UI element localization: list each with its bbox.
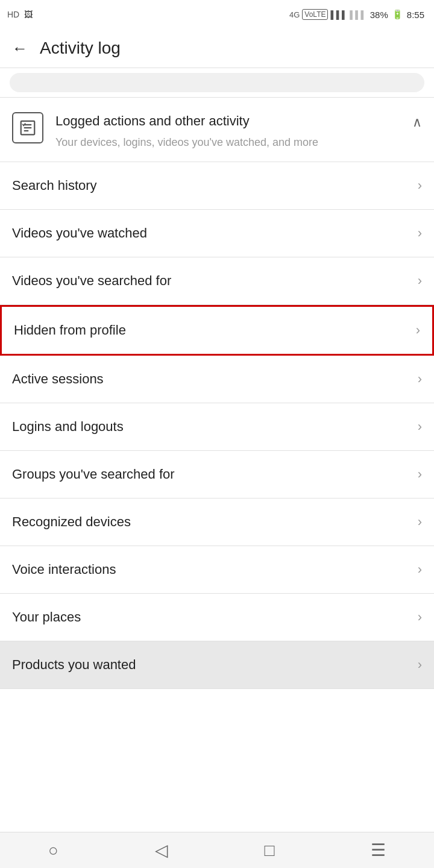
section-subtitle: Your devices, logins, videos you've watc… [55,135,412,149]
chevron-right-icon-groups-searched: › [418,467,422,482]
chevron-right-icon-products-wanted: › [418,657,422,673]
menu-item-videos-searched[interactable]: Videos you've searched for› [0,257,434,305]
page-title: Activity log [40,39,121,58]
chevron-right-icon-logins-logouts: › [418,419,422,435]
chevron-right-icon-videos-watched: › [418,225,422,241]
menu-item-products-wanted[interactable]: Products you wanted› [0,641,434,689]
menu-label-videos-watched: Videos you've watched [12,225,147,241]
bottom-navigation: ○ ◁ □ ☰ [0,832,434,868]
network-label: 4G [289,10,300,19]
chevron-right-icon-videos-searched: › [418,273,422,289]
menu-item-videos-watched[interactable]: Videos you've watched› [0,210,434,257]
menu-label-hidden-from-profile: Hidden from profile [14,322,126,338]
status-right: 4G VoLTE ▌▌▌ ▌▌▌ 38% 🔋 8:55 [289,9,424,20]
menu-label-groups-searched: Groups you've searched for [12,467,175,482]
menu-item-voice-interactions[interactable]: Voice interactions› [0,546,434,594]
menu-button[interactable]: ☰ [371,840,386,860]
page-header: ← Activity log [0,29,434,68]
menu-label-logins-logouts: Logins and logouts [12,419,124,435]
menu-item-your-places[interactable]: Your places› [0,594,434,641]
battery-icon: 🔋 [392,9,403,20]
back-button[interactable]: ← [12,39,28,58]
signal-icon-2: ▌▌▌ [350,10,366,19]
home-button[interactable]: ○ [48,841,58,860]
menu-label-voice-interactions: Voice interactions [12,562,116,577]
section-text: Logged actions and other activity Your d… [55,112,412,149]
recent-button[interactable]: □ [264,841,274,860]
section-header: Logged actions and other activity Your d… [0,98,434,162]
menu-label-your-places: Your places [12,609,81,625]
back-nav-button[interactable]: ◁ [155,840,168,860]
section-title: Logged actions and other activity [55,112,412,130]
chevron-right-icon-hidden-from-profile: › [416,322,420,338]
network-icons: 4G VoLTE ▌▌▌ ▌▌▌ [289,9,366,20]
menu-label-products-wanted: Products you wanted [12,657,136,673]
volte-label: VoLTE [302,9,328,20]
status-bar: HD 🖼 4G VoLTE ▌▌▌ ▌▌▌ 38% 🔋 8:55 [0,0,434,29]
chevron-right-icon-active-sessions: › [418,371,422,387]
checklist-icon [19,119,37,137]
chevron-up-icon[interactable]: ∧ [412,115,422,130]
image-icon: 🖼 [24,10,33,19]
menu-item-search-history[interactable]: Search history› [0,162,434,210]
battery-label: 38% [370,10,388,20]
menu-item-recognized-devices[interactable]: Recognized devices› [0,498,434,546]
menu-item-hidden-from-profile[interactable]: Hidden from profile› [0,305,434,356]
menu-label-videos-searched: Videos you've searched for [12,273,171,289]
status-left: HD 🖼 [7,10,33,19]
chevron-right-icon-voice-interactions: › [418,562,422,577]
chevron-right-icon-recognized-devices: › [418,514,422,530]
menu-item-logins-logouts[interactable]: Logins and logouts› [0,403,434,451]
menu-label-active-sessions: Active sessions [12,371,104,387]
menu-label-search-history: Search history [12,178,97,193]
section-icon [12,112,43,143]
menu-item-active-sessions[interactable]: Active sessions› [0,356,434,403]
menu-list: Search history›Videos you've watched›Vid… [0,162,434,689]
time-label: 8:55 [407,10,424,20]
scroll-hint [10,73,424,92]
hd-label: HD [7,10,19,19]
chevron-right-icon-search-history: › [418,178,422,193]
menu-item-groups-searched[interactable]: Groups you've searched for› [0,451,434,498]
chevron-right-icon-your-places: › [418,609,422,625]
menu-label-recognized-devices: Recognized devices [12,514,131,530]
signal-icon-1: ▌▌▌ [330,10,347,19]
